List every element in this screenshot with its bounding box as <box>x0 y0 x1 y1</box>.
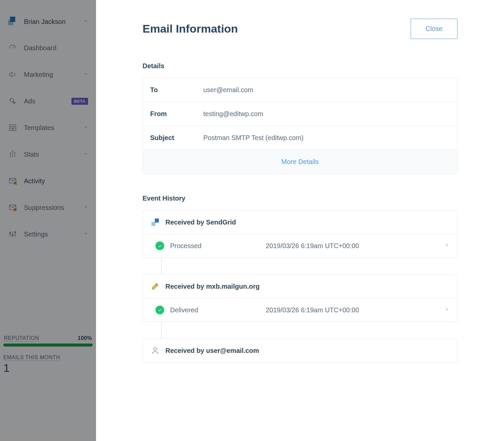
event-status: Processed <box>170 242 260 250</box>
details-heading: Details <box>143 62 457 70</box>
check-circle-icon <box>155 306 164 314</box>
email-info-panel: Email Information Close Details To user@… <box>96 0 504 441</box>
event-row[interactable]: Delivered 2019/03/26 6:19am UTC+00:00 <box>143 298 457 322</box>
svg-marker-22 <box>152 283 158 289</box>
detail-row-from: From testing@editwp.com <box>143 102 457 126</box>
more-details-row[interactable]: More Details <box>143 150 457 174</box>
event-group-title: Received by SendGrid <box>165 219 236 226</box>
event-connector-line <box>161 258 162 274</box>
close-button[interactable]: Close <box>411 19 457 39</box>
detail-row-subject: Subject Postman SMTP Test (editwp.com) <box>143 126 457 150</box>
event-group-header: Received by SendGrid <box>143 211 457 234</box>
event-group-recipient: Received by user@email.com <box>143 339 457 363</box>
event-row[interactable]: Processed 2019/03/26 6:19am UTC+00:00 <box>143 234 457 257</box>
detail-value: testing@editwp.com <box>196 102 457 126</box>
event-group-header: Received by user@email.com <box>143 339 457 362</box>
event-group-sendgrid: Received by SendGrid Processed 2019/03/2… <box>143 210 457 258</box>
more-details-link[interactable]: More Details <box>281 158 319 165</box>
user-icon <box>151 346 159 355</box>
event-group-title: Received by user@email.com <box>165 347 259 355</box>
detail-row-to: To user@email.com <box>143 78 457 102</box>
detail-key: From <box>143 102 196 126</box>
event-group-title: Received by mxb.mailgun.org <box>165 283 259 290</box>
chevron-right-icon <box>445 307 449 313</box>
event-group-header: Received by mxb.mailgun.org <box>143 275 457 298</box>
check-circle-icon <box>155 241 164 250</box>
event-status: Delivered <box>170 306 260 314</box>
event-history-heading: Event History <box>143 195 457 202</box>
detail-value: Postman SMTP Test (editwp.com) <box>196 126 457 150</box>
pencil-icon <box>151 282 159 291</box>
chevron-right-icon <box>445 243 449 249</box>
detail-key: To <box>143 78 196 102</box>
details-table: To user@email.com From testing@editwp.co… <box>143 78 457 174</box>
detail-key: Subject <box>143 126 196 150</box>
page-title: Email Information <box>143 22 238 35</box>
event-time: 2019/03/26 6:19am UTC+00:00 <box>266 242 439 250</box>
event-history: Received by SendGrid Processed 2019/03/2… <box>143 210 457 363</box>
event-connector-line <box>161 322 162 339</box>
event-time: 2019/03/26 6:19am UTC+00:00 <box>266 306 439 314</box>
sendgrid-icon <box>151 218 159 226</box>
event-group-mailgun: Received by mxb.mailgun.org Delivered 20… <box>143 274 457 322</box>
detail-value: user@email.com <box>196 78 457 102</box>
modal-backdrop[interactable] <box>0 0 96 441</box>
svg-point-24 <box>154 348 157 351</box>
